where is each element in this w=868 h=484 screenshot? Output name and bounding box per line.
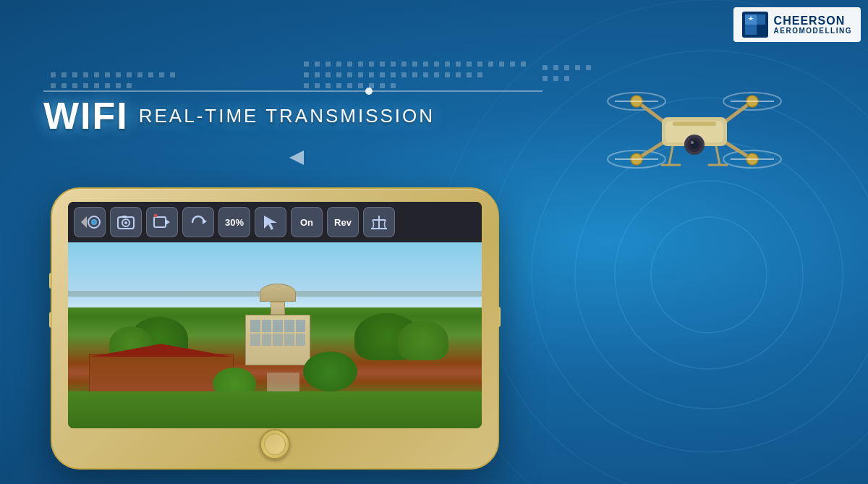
photo-button[interactable] xyxy=(110,207,142,237)
wifi-description: REAL-TIME TRANSMISSION xyxy=(139,105,435,127)
smartphone: 30% On Rev xyxy=(51,187,499,470)
home-button[interactable] xyxy=(260,429,290,459)
on-label: On xyxy=(300,217,313,228)
back-eye-button[interactable] xyxy=(74,207,106,237)
svg-line-125 xyxy=(669,146,673,165)
zoom-button[interactable]: 30% xyxy=(218,207,250,237)
balance-button[interactable] xyxy=(363,207,395,237)
wifi-word: WIFI xyxy=(43,94,129,137)
trees-right2 xyxy=(398,320,448,360)
svg-marker-86 xyxy=(757,14,765,25)
tree-patch2 xyxy=(303,352,357,391)
video-button[interactable] xyxy=(146,207,178,237)
volume-down-button[interactable] xyxy=(49,312,52,328)
svg-line-126 xyxy=(716,146,720,165)
drone-svg xyxy=(593,58,796,203)
svg-point-99 xyxy=(154,214,158,218)
aerial-view xyxy=(68,242,482,428)
phone-body: 30% On Rev xyxy=(51,187,499,470)
zoom-label: 30% xyxy=(225,217,244,228)
svg-point-96 xyxy=(124,221,127,224)
rev-label: Rev xyxy=(334,217,352,228)
on-button[interactable]: On xyxy=(291,207,323,237)
svg-rect-120 xyxy=(673,122,716,126)
phone-screen: 30% On Rev xyxy=(68,202,482,428)
volume-up-button[interactable] xyxy=(49,273,52,289)
cursor-button[interactable] xyxy=(255,207,286,237)
rev-button[interactable]: Rev xyxy=(327,207,359,237)
main-building xyxy=(242,284,314,365)
app-toolbar: 30% On Rev xyxy=(68,202,482,242)
power-button[interactable] xyxy=(498,307,501,327)
brand-logo-icon xyxy=(742,12,768,38)
brand-text: CHEERSON AEROMODELLING xyxy=(774,14,852,35)
svg-point-93 xyxy=(93,221,95,224)
svg-rect-98 xyxy=(154,217,166,227)
rotate-button[interactable] xyxy=(182,207,214,237)
wifi-title-area: WIFI REAL-TIME TRANSMISSION xyxy=(43,94,435,137)
svg-rect-97 xyxy=(122,216,127,218)
home-button-inner xyxy=(264,433,286,455)
svg-marker-90 xyxy=(81,216,87,228)
svg-marker-102 xyxy=(264,216,277,230)
svg-marker-87 xyxy=(745,25,757,35)
brand-subtitle: AEROMODELLING xyxy=(774,27,852,35)
brand-logo: CHEERSON AEROMODELLING xyxy=(733,7,861,42)
svg-marker-101 xyxy=(203,218,207,224)
drone-image xyxy=(593,58,796,203)
ground-vegetation xyxy=(68,391,482,428)
svg-marker-100 xyxy=(166,219,170,225)
svg-point-119 xyxy=(691,141,694,144)
wifi-title: WIFI REAL-TIME TRANSMISSION xyxy=(43,94,435,137)
svg-marker-88 xyxy=(757,25,765,35)
brand-name: CHEERSON xyxy=(774,14,852,27)
